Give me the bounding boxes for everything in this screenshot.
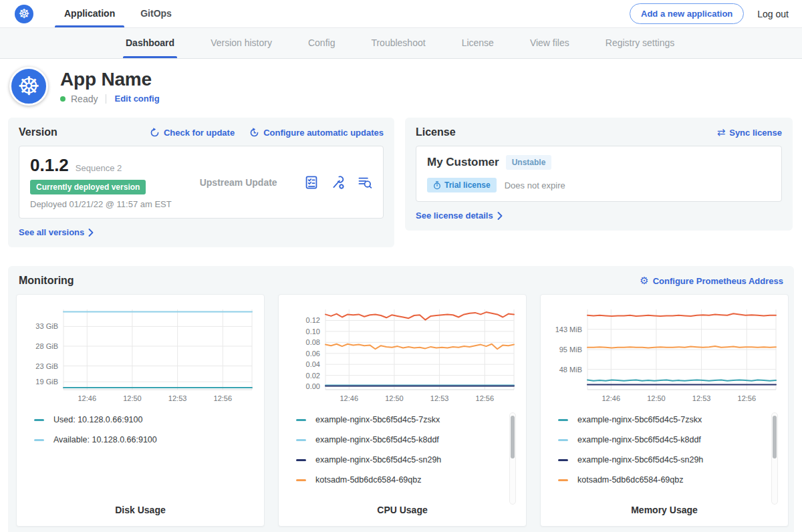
topnav-tab-gitops[interactable]: GitOps bbox=[131, 0, 181, 27]
add-application-button[interactable]: Add a new application bbox=[630, 3, 744, 24]
edit-config-link[interactable]: Edit config bbox=[114, 94, 159, 104]
svg-text:0.00: 0.00 bbox=[306, 382, 320, 390]
svg-text:0.02: 0.02 bbox=[306, 372, 320, 380]
legend-scrollbar[interactable] bbox=[771, 412, 778, 505]
channel-badge: Unstable bbox=[506, 155, 552, 170]
tab-troubleshoot[interactable]: Troubleshoot bbox=[371, 28, 425, 58]
svg-text:12:56: 12:56 bbox=[214, 394, 233, 402]
app-status: Ready bbox=[71, 94, 98, 104]
legend-swatch bbox=[296, 439, 306, 441]
legend-item: example-nginx-5bc6f5d4c5-7zskx bbox=[558, 415, 780, 424]
cpu-usage-title: CPU Usage bbox=[287, 505, 518, 519]
svg-text:0.06: 0.06 bbox=[306, 350, 320, 358]
legend-item: example-nginx-5bc6f5d4c5-sn29h bbox=[558, 455, 780, 464]
svg-text:0.08: 0.08 bbox=[306, 338, 320, 346]
version-source: Upstream Update bbox=[200, 177, 277, 188]
customer-name: My Customer bbox=[427, 156, 499, 169]
deployed-timestamp: Deployed 01/21/22 @ 11:57 am EST bbox=[30, 199, 172, 209]
license-expiration: Does not expire bbox=[505, 180, 565, 190]
license-panel: My Customer Unstable Trial license bbox=[416, 146, 782, 202]
preflight-checks-icon[interactable] bbox=[304, 175, 319, 190]
memory-usage-panel: 143 MiB95 MiB48 MiB12:4612:5012:5312:56 … bbox=[540, 294, 789, 527]
svg-text:33 GiB: 33 GiB bbox=[35, 322, 58, 330]
legend-swatch bbox=[558, 479, 568, 481]
tab-config[interactable]: Config bbox=[308, 28, 335, 58]
topnav-right: Add a new application Log out bbox=[630, 3, 789, 24]
svg-text:12:46: 12:46 bbox=[602, 394, 620, 402]
legend-label: example-nginx-5bc6f5d4c5-7zskx bbox=[577, 415, 702, 424]
disk-usage-title: Disk Usage bbox=[25, 505, 256, 519]
legend-swatch bbox=[34, 439, 44, 441]
legend-item: example-nginx-5bc6f5d4c5-sn29h bbox=[296, 455, 518, 464]
version-card-heading: Version bbox=[19, 126, 57, 138]
legend-label: example-nginx-5bc6f5d4c5-k8ddf bbox=[315, 435, 439, 444]
legend-item: example-nginx-5bc6f5d4c5-7zskx bbox=[296, 415, 518, 424]
tab-registry-settings[interactable]: Registry settings bbox=[606, 28, 674, 58]
legend-swatch bbox=[558, 439, 568, 441]
legend-label: example-nginx-5bc6f5d4c5-k8ddf bbox=[577, 435, 701, 444]
legend-swatch bbox=[558, 459, 568, 461]
see-license-details-link[interactable]: See license details bbox=[416, 211, 503, 221]
trial-license-label: Trial license bbox=[444, 180, 491, 190]
svg-text:12:53: 12:53 bbox=[430, 394, 449, 402]
monitoring-card: Monitoring ⚙ Configure Prometheus Addres… bbox=[8, 266, 794, 532]
configure-automatic-updates-link[interactable]: Configure automatic updates bbox=[249, 128, 384, 138]
legend-item: example-nginx-5bc6f5d4c5-k8ddf bbox=[558, 435, 780, 444]
version-number: 0.1.2 bbox=[30, 155, 69, 176]
deploy-logs-icon[interactable] bbox=[358, 175, 372, 190]
sync-license-link[interactable]: ⇄ Sync license bbox=[717, 126, 782, 138]
current-version-panel: 0.1.2 Sequence 2 Currently deployed vers… bbox=[19, 146, 384, 219]
disk-usage-chart: 33 GiB28 GiB23 GiB19 GiB12:4612:5012:531… bbox=[25, 304, 256, 406]
edit-config-wrench-icon[interactable] bbox=[331, 175, 346, 190]
svg-text:19 GiB: 19 GiB bbox=[35, 378, 58, 386]
app-logo-icon: ☸ bbox=[9, 67, 48, 106]
legend-swatch bbox=[296, 419, 306, 421]
app-header: ☸ App Name Ready Edit config bbox=[0, 59, 802, 114]
tab-version-history[interactable]: Version history bbox=[211, 28, 272, 58]
top-nav: ☸ Application GitOps Add a new applicati… bbox=[0, 0, 802, 28]
cpu-usage-panel: 0.120.100.080.060.040.020.0012:4612:5012… bbox=[278, 294, 527, 527]
tab-dashboard[interactable]: Dashboard bbox=[126, 28, 174, 58]
deployed-version-badge: Currently deployed version bbox=[30, 180, 146, 194]
svg-text:143 MiB: 143 MiB bbox=[555, 325, 582, 334]
svg-text:12:50: 12:50 bbox=[385, 394, 404, 402]
logout-button[interactable]: Log out bbox=[757, 9, 789, 19]
svg-text:12:56: 12:56 bbox=[476, 394, 495, 402]
kubernetes-logo-icon: ☸ bbox=[15, 5, 33, 23]
legend-label: example-nginx-5bc6f5d4c5-sn29h bbox=[315, 455, 441, 464]
svg-text:12:46: 12:46 bbox=[340, 394, 358, 402]
scrollbar-thumb[interactable] bbox=[773, 416, 777, 458]
legend-swatch bbox=[296, 459, 306, 461]
svg-text:0.12: 0.12 bbox=[306, 316, 320, 324]
chevron-right-icon bbox=[497, 212, 503, 220]
svg-text:12:50: 12:50 bbox=[647, 394, 666, 402]
configure-prometheus-link[interactable]: ⚙ Configure Prometheus Address bbox=[640, 275, 783, 287]
svg-text:12:53: 12:53 bbox=[692, 394, 711, 402]
tab-view-files[interactable]: View files bbox=[530, 28, 569, 58]
svg-text:28 GiB: 28 GiB bbox=[35, 342, 58, 350]
svg-text:0.04: 0.04 bbox=[306, 360, 320, 368]
version-sequence: Sequence 2 bbox=[76, 163, 122, 173]
memory-usage-chart: 143 MiB95 MiB48 MiB12:4612:5012:5312:56 bbox=[549, 304, 780, 406]
legend-swatch bbox=[34, 419, 44, 421]
version-card: Version Check for update bbox=[8, 118, 394, 247]
disk-usage-legend: Used: 10.128.0.66:9100Available: 10.128.… bbox=[25, 415, 256, 505]
topnav-tab-application[interactable]: Application bbox=[55, 0, 124, 27]
legend-item: kotsadm-5db6dc6584-69qbz bbox=[558, 475, 780, 485]
cpu-usage-chart: 0.120.100.080.060.040.020.0012:4612:5012… bbox=[287, 304, 518, 406]
scrollbar-thumb[interactable] bbox=[511, 416, 515, 458]
configure-automatic-updates-label: Configure automatic updates bbox=[263, 128, 384, 138]
dashboard-content: Version Check for update bbox=[0, 118, 802, 532]
chevron-right-icon bbox=[88, 229, 94, 237]
tab-license[interactable]: License bbox=[462, 28, 494, 58]
check-for-update-label: Check for update bbox=[164, 128, 235, 138]
trial-license-badge: Trial license bbox=[427, 178, 497, 192]
license-card-heading: License bbox=[416, 126, 456, 138]
see-all-versions-link[interactable]: See all versions bbox=[19, 227, 94, 237]
legend-item: Used: 10.128.0.66:9100 bbox=[34, 415, 256, 424]
legend-swatch bbox=[296, 479, 306, 481]
legend-label: example-nginx-5bc6f5d4c5-7zskx bbox=[315, 415, 440, 424]
check-for-update-link[interactable]: Check for update bbox=[150, 128, 235, 138]
legend-scrollbar[interactable] bbox=[509, 412, 516, 505]
legend-item: kotsadm-5db6dc6584-69qbz bbox=[296, 475, 518, 485]
